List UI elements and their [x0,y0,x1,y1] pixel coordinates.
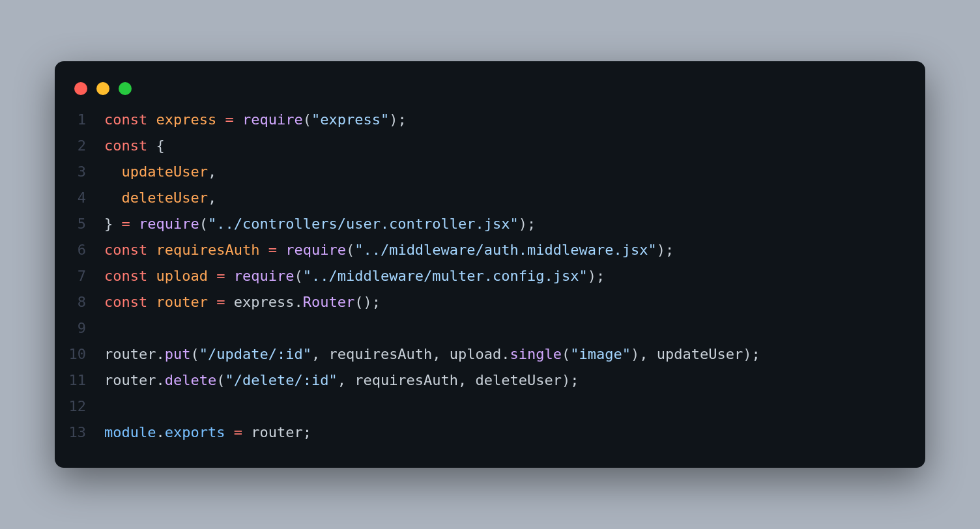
code-line[interactable]: 8const router = express.Router(); [55,289,906,315]
token-str: "../middleware/multer.config.jsx" [303,268,588,284]
line-number: 2 [55,133,104,159]
token-kw: const [104,268,147,284]
token-kw: = [268,242,277,258]
token-pn: ( [216,372,225,388]
token-pn [104,164,122,180]
code-content[interactable]: const express = require("express"); [104,107,906,133]
token-pn: (); [354,294,381,310]
token-pn [216,111,225,128]
line-number: 5 [55,211,104,237]
token-pn: ( [190,346,199,362]
token-kw: const [104,294,147,310]
token-str: "/delete/:id" [225,372,337,388]
code-content[interactable]: const { [104,133,906,159]
code-line[interactable]: 9 [55,315,906,341]
token-str: "image" [570,346,631,362]
code-content[interactable]: const requiresAuth = require("../middlew… [104,237,906,263]
token-fn: delete [165,372,216,388]
token-kw: = [122,216,130,232]
code-line[interactable]: 7const upload = require("../middleware/m… [55,263,906,289]
token-fn: require [285,242,346,258]
token-fn: Router [303,294,354,310]
token-fn: require [139,216,199,232]
token-fn: put [165,346,191,362]
minimize-icon[interactable] [96,82,109,95]
token-fn: require [242,111,303,128]
token-pn [259,242,268,258]
code-line[interactable]: 3 updateUser, [55,159,906,185]
code-content[interactable]: module.exports = router; [104,420,906,446]
token-pn: , [208,164,216,180]
line-number: 6 [55,237,104,263]
token-pn: . [156,424,164,440]
token-pn [147,268,156,284]
token-str: "../controllers/user.controller.jsx" [208,216,519,232]
token-var: router [156,294,207,310]
token-pn: { [147,137,165,154]
token-pn [225,424,233,440]
code-content[interactable]: router.delete("/delete/:id", requiresAut… [104,367,906,393]
code-line[interactable]: 10router.put("/update/:id", requiresAuth… [55,341,906,367]
token-str: "../middleware/auth.middleware.jsx" [354,242,657,258]
titlebar [55,77,925,107]
code-line[interactable]: 13module.exports = router; [55,420,906,446]
code-line[interactable]: 2const { [55,133,906,159]
token-pn [130,216,139,232]
token-pn: . [156,346,164,362]
token-kw: = [234,424,242,440]
token-pn: ( [562,346,570,362]
token-kw: = [216,268,225,284]
token-kw: = [216,294,225,310]
token-pn: . [294,294,302,310]
code-line[interactable]: 12 [55,393,906,420]
code-line[interactable]: 6const requiresAuth = require("../middle… [55,237,906,263]
token-id: router [104,372,156,388]
close-icon[interactable] [74,82,87,95]
token-pn: ( [303,111,311,128]
maximize-icon[interactable] [119,82,132,95]
token-kw: const [104,242,147,258]
token-var: express [156,111,216,128]
token-pn [234,111,242,128]
code-line[interactable]: 11router.delete("/delete/:id", requiresA… [55,367,906,393]
line-number: 12 [55,393,104,420]
line-number: 4 [55,185,104,211]
token-id: router [104,346,156,362]
token-pn: , requiresAuth, deleteUser); [338,372,579,388]
code-content[interactable]: const router = express.Router(); [104,289,906,315]
token-pn: ); [519,216,536,232]
line-number: 1 [55,107,104,133]
code-content[interactable]: deleteUser, [104,185,906,211]
code-content[interactable]: } = require("../controllers/user.control… [104,211,906,237]
token-pn: , [208,190,216,206]
token-id: express [234,294,295,310]
token-pn: , requiresAuth, upload. [311,346,510,362]
code-content[interactable]: router.put("/update/:id", requiresAuth, … [104,341,906,367]
code-line[interactable]: 5} = require("../controllers/user.contro… [55,211,906,237]
code-content[interactable]: updateUser, [104,159,906,185]
code-line[interactable]: 4 deleteUser, [55,185,906,211]
token-pn: . [156,372,164,388]
code-window: 1const express = require("express");2con… [55,61,925,468]
token-pn: ); [588,268,605,284]
token-pn [104,190,122,206]
token-str: "express" [311,111,389,128]
token-pn [208,268,216,284]
code-area[interactable]: 1const express = require("express");2con… [55,107,925,446]
token-pn: ( [294,268,302,284]
token-fn: single [510,346,562,362]
token-pn: ); [389,111,407,128]
token-var: updateUser [122,164,208,180]
code-content[interactable]: const upload = require("../middleware/mu… [104,263,906,289]
line-number: 13 [55,420,104,446]
code-line[interactable]: 1const express = require("express"); [55,107,906,133]
token-str: "/update/:id" [199,346,311,362]
token-prop: module [104,424,156,440]
token-kw: = [225,111,233,128]
token-kw: const [104,111,147,128]
token-pn: ), updateUser); [631,346,760,362]
token-pn: ); [657,242,674,258]
token-prop: exports [165,424,225,440]
token-pn [225,268,233,284]
line-number: 11 [55,367,104,393]
